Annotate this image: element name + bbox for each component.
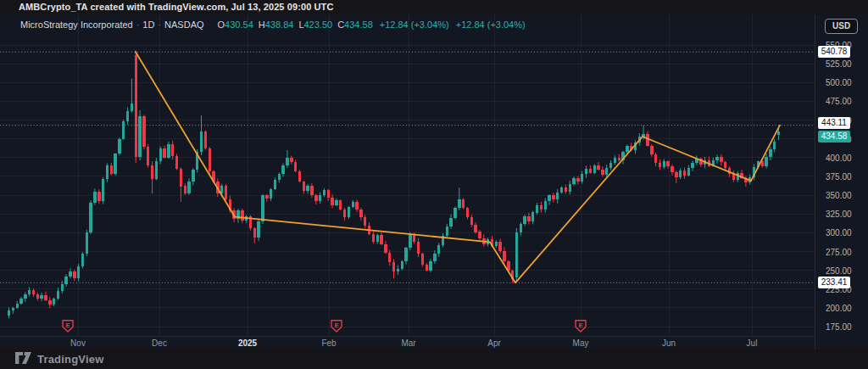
candle-body — [397, 269, 399, 271]
candle-body — [69, 271, 71, 276]
trend-zigzag-line[interactable] — [136, 52, 780, 282]
candle-body — [8, 310, 10, 315]
candle-body — [433, 254, 436, 261]
candle-body — [462, 199, 465, 209]
candle-body — [110, 165, 113, 175]
candle-body — [556, 193, 559, 200]
candle-body — [327, 190, 330, 198]
candle-body — [650, 146, 653, 155]
candle-body — [16, 304, 19, 308]
candle-body — [614, 158, 616, 163]
candle-body — [409, 234, 411, 248]
candle-body — [392, 262, 395, 271]
price-axis[interactable]: USD 550.00525.00500.00475.00450.00425.00… — [815, 14, 868, 349]
candle-body — [765, 157, 767, 166]
candle-body — [352, 202, 354, 207]
ohlc-label: C — [337, 20, 344, 30]
exchange-label[interactable]: NASDAQ — [164, 20, 203, 30]
candle-body — [569, 184, 571, 192]
candle-body — [593, 165, 596, 173]
change-value: +12.84 (+3.04%) — [456, 20, 526, 30]
candle-body — [171, 144, 174, 156]
candle-body — [348, 207, 350, 217]
price-tick-label: 400.00 — [826, 154, 852, 163]
candlestick-pane[interactable]: EEE — [0, 14, 815, 336]
candle-body — [576, 178, 579, 182]
candle-body — [429, 261, 431, 271]
price-tick-label: 350.00 — [826, 191, 852, 200]
ohlc-value: 430.54 — [225, 20, 253, 30]
candle-body — [209, 148, 211, 171]
time-axis-label: May — [573, 338, 589, 348]
candle-body — [163, 148, 165, 158]
candle-body — [626, 146, 628, 152]
candle-body — [715, 157, 718, 160]
symbol-title[interactable]: MicroStrategy Incorporated — [20, 20, 133, 30]
chart-container: EEE MicroStrategy Incorporated·1D·NASDAQ… — [0, 14, 868, 349]
time-axis-label: Nov — [70, 338, 86, 348]
candle-body — [310, 186, 313, 196]
candle-body — [520, 224, 522, 233]
price-badge: 434.58 — [818, 131, 850, 143]
candle-body — [687, 168, 690, 176]
tradingview-logo-icon[interactable] — [15, 352, 31, 367]
candle-body — [306, 186, 309, 191]
candle-body — [601, 170, 604, 175]
time-axis[interactable]: NovDec2025FebMarAprMayJunJul — [0, 336, 868, 350]
candle-body — [364, 217, 366, 226]
candle-body — [331, 198, 333, 205]
candle-body — [257, 221, 259, 238]
price-tick-label: 250.00 — [826, 266, 852, 276]
candle-body — [458, 199, 460, 209]
candle-body — [64, 277, 67, 284]
candle-body — [200, 131, 203, 152]
candle-body — [274, 180, 276, 189]
candle-body — [449, 218, 452, 227]
candle-body — [372, 234, 375, 242]
price-tick-label: 475.00 — [826, 97, 852, 106]
candle-body — [323, 190, 326, 195]
candle-body — [515, 232, 518, 277]
candle-body — [135, 55, 137, 156]
candle-body — [19, 299, 22, 303]
candle-body — [281, 165, 284, 175]
currency-toggle-button[interactable]: USD — [825, 19, 858, 34]
earnings-marker-icon[interactable]: E — [576, 321, 586, 332]
time-axis-label: Apr — [487, 338, 501, 348]
candle-body — [12, 308, 14, 311]
candle-body — [73, 271, 75, 277]
candle-body — [498, 242, 501, 251]
candle-body — [180, 169, 182, 186]
candle-body — [691, 163, 693, 168]
candle-body — [24, 294, 26, 299]
candle-body — [319, 195, 321, 201]
price-tick-label: 200.00 — [826, 304, 852, 313]
candle-body — [81, 254, 84, 266]
candle-body — [241, 210, 243, 221]
candle-body — [298, 171, 301, 182]
candle-body — [343, 210, 346, 217]
candle-body — [453, 208, 456, 218]
earnings-marker-icon[interactable]: E — [63, 321, 73, 332]
candle-body — [86, 232, 88, 254]
candle-body — [565, 187, 567, 191]
price-badge: 540.78 — [818, 46, 850, 58]
candle-body — [609, 163, 612, 168]
tradingview-wordmark[interactable]: TradingView — [37, 353, 104, 366]
candle-body — [93, 192, 96, 203]
candle-body — [720, 157, 722, 162]
ohlc-label: O — [218, 20, 225, 30]
earnings-marker-icon[interactable]: E — [331, 321, 342, 332]
symbol-legend[interactable]: MicroStrategy Incorporated·1D·NASDAQO430… — [20, 20, 526, 31]
candle-body — [44, 295, 47, 300]
candle-body — [77, 266, 80, 277]
candle-body — [147, 147, 149, 165]
candle-body — [437, 245, 440, 254]
footer-bar: TradingView — [0, 349, 868, 369]
candle-body — [683, 171, 686, 176]
candle-body — [581, 174, 583, 182]
candle-body — [48, 300, 51, 305]
candle-body — [138, 116, 141, 157]
interval-label[interactable]: 1D — [142, 20, 154, 30]
candle-body — [314, 195, 317, 201]
